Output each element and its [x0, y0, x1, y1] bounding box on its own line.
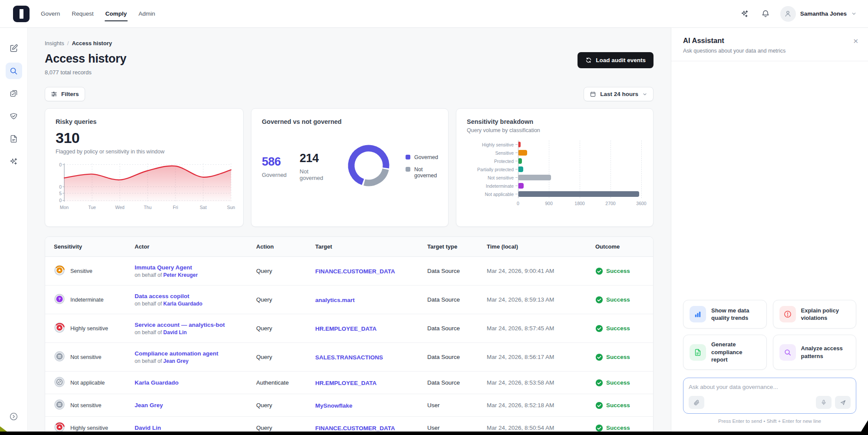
- actor-link[interactable]: Karla Guardado: [135, 379, 252, 386]
- actor-link[interactable]: Compliance automation agent: [135, 350, 252, 357]
- area-y-tick: 0: [56, 198, 62, 203]
- on-behalf-name[interactable]: David Lin: [163, 329, 187, 335]
- table-row[interactable]: Not sensitiveJean GreyQueryMySnowflakeUs…: [45, 394, 653, 417]
- actor-link[interactable]: Service account — analytics-bot: [135, 322, 252, 328]
- bar-partially-protected: [518, 166, 523, 172]
- sensitivity-card: Sensitivity breakdown Query volume by cl…: [456, 108, 653, 227]
- check-circle-icon: [595, 296, 603, 304]
- status-badge: Success: [595, 267, 649, 275]
- target-link[interactable]: FINANCE.CUSTOMER_DATA: [315, 268, 395, 275]
- ai-assistant-panel: AI Assistant Ask questions about your da…: [671, 28, 868, 435]
- load-audit-events-button[interactable]: Load audit events: [578, 52, 653, 68]
- action-cell: Query: [256, 402, 315, 408]
- collapse-rail-icon[interactable]: [6, 408, 22, 425]
- sensitivity-cell: Not sensitive: [45, 399, 135, 412]
- nav-admin[interactable]: Admin: [139, 8, 155, 20]
- primary-nav: GovernRequestComplyAdmin: [41, 8, 155, 20]
- suggestion-label: Explain policy violations: [801, 307, 850, 322]
- target-link[interactable]: HR.EMPLOYEE_DATA: [315, 325, 376, 332]
- target-link[interactable]: analytics.mart: [315, 297, 355, 303]
- search-icon[interactable]: [6, 63, 22, 79]
- status-badge: Success: [595, 379, 649, 387]
- bell-icon[interactable]: [759, 8, 772, 20]
- user-menu[interactable]: Samantha Jones: [780, 6, 857, 22]
- on-behalf-name[interactable]: Jean Grey: [163, 358, 188, 364]
- table-row[interactable]: Highly sensitiveService account — analyt…: [45, 314, 653, 343]
- on-behalf-name[interactable]: Karla Guardado: [163, 301, 202, 307]
- time-cell: Mar 24, 2026, 8:57:45 AM: [487, 325, 595, 332]
- actor-link[interactable]: Immuta Query Agent: [135, 264, 252, 271]
- attachment-button[interactable]: [689, 396, 704, 409]
- nav-govern[interactable]: Govern: [41, 8, 60, 20]
- outcome-cell: Success: [595, 353, 653, 361]
- shield-check-icon[interactable]: [6, 108, 22, 124]
- document-icon[interactable]: [6, 130, 22, 147]
- breadcrumb-separator: /: [67, 40, 69, 46]
- on-behalf-of: on behalf of Karla Guardado: [135, 301, 252, 307]
- col-header-target: Target: [315, 243, 427, 250]
- risky-queries-title: Risky queries: [56, 118, 233, 125]
- bar-row: Indeterminate: [467, 182, 643, 190]
- check-circle-icon: [595, 325, 603, 332]
- breadcrumb-insights[interactable]: Insights: [45, 40, 64, 46]
- target-type-cell: User: [427, 402, 487, 408]
- chat-input-box[interactable]: [683, 378, 856, 414]
- filters-button[interactable]: Filters: [45, 87, 85, 101]
- nav-request[interactable]: Request: [72, 8, 93, 20]
- time-range-dropdown[interactable]: Last 24 hours: [584, 87, 653, 101]
- on-behalf-name[interactable]: Peter Kreuger: [163, 272, 198, 278]
- target-link[interactable]: HR.EMPLOYEE_DATA: [315, 380, 376, 386]
- target-cell: MySnowflake: [315, 402, 427, 409]
- sensitivity-cell: Highly sensitive: [45, 322, 135, 335]
- sensitivity-label: Not sensitive: [70, 354, 102, 360]
- table-row[interactable]: ?IndeterminateData access copiloton beha…: [45, 286, 653, 314]
- mic-button[interactable]: [816, 396, 832, 409]
- action-cell: Authenticate: [256, 379, 315, 386]
- suggestion-bar-chart[interactable]: Show me data quality trends: [683, 300, 767, 329]
- risky-queries-value: 310: [56, 130, 233, 146]
- governed-title: Governed vs not governed: [262, 118, 438, 125]
- time-cell: Mar 24, 2026, 8:59:13 AM: [487, 296, 595, 303]
- suggestion-magnifier[interactable]: Analyze access patterns: [773, 335, 857, 370]
- bar-tick: [515, 169, 518, 170]
- app-logo[interactable]: [13, 6, 30, 22]
- target-link[interactable]: MySnowflake: [315, 402, 353, 409]
- suggestion-alert[interactable]: Explain policy violations: [773, 300, 857, 329]
- clipboard-check-icon[interactable]: [6, 85, 22, 102]
- nav-comply[interactable]: Comply: [106, 8, 127, 20]
- status-badge: Success: [595, 353, 649, 361]
- suggestion-report[interactable]: Generate compliance report: [683, 335, 767, 370]
- bar-protected: [518, 158, 522, 164]
- close-icon[interactable]: ✕: [853, 37, 858, 45]
- outcome-cell: Success: [595, 424, 653, 432]
- time-cell: Mar 24, 2026, 8:50:54 AM: [487, 425, 595, 431]
- target-cell: analytics.mart: [315, 296, 427, 304]
- actor-link[interactable]: Data access copilot: [135, 293, 252, 299]
- outcome-cell: Success: [595, 379, 653, 387]
- target-link[interactable]: SALES.TRANSACTIONS: [315, 354, 383, 361]
- actor-link[interactable]: Jean Grey: [135, 402, 252, 408]
- sparkles-icon[interactable]: [739, 8, 751, 20]
- breadcrumb: Insights / Access history: [45, 40, 653, 46]
- area-x-tick: Thu: [144, 205, 152, 210]
- chat-input[interactable]: [689, 384, 851, 390]
- bar-x-tick: 2700: [605, 201, 615, 206]
- actor-cell: Compliance automation agenton behalf of …: [135, 350, 256, 364]
- not-sensitive-icon: [54, 351, 65, 364]
- action-cell: Query: [256, 296, 315, 303]
- sparkles-rail-icon[interactable]: [6, 153, 22, 169]
- area-x-tick: Fri: [173, 205, 178, 210]
- legend-item-not-governed: Not governed: [406, 166, 438, 179]
- table-row[interactable]: SensitiveImmuta Query Agenton behalf of …: [45, 257, 653, 286]
- sensitivity-cell: Not applicable: [45, 376, 135, 389]
- report-icon: [690, 344, 706, 361]
- send-button[interactable]: [835, 396, 851, 409]
- table-row[interactable]: Not applicableKarla GuardadoAuthenticate…: [45, 372, 653, 394]
- actor-cell: Jean Grey: [135, 402, 256, 408]
- target-link[interactable]: FINANCE.CUSTOMER_DATA: [315, 425, 395, 432]
- table-row[interactable]: Not sensitiveCompliance automation agent…: [45, 343, 653, 372]
- compose-icon[interactable]: [6, 40, 22, 56]
- actor-link[interactable]: David Lin: [135, 425, 252, 431]
- bar-track: [518, 166, 641, 172]
- status-badge: Success: [595, 424, 649, 432]
